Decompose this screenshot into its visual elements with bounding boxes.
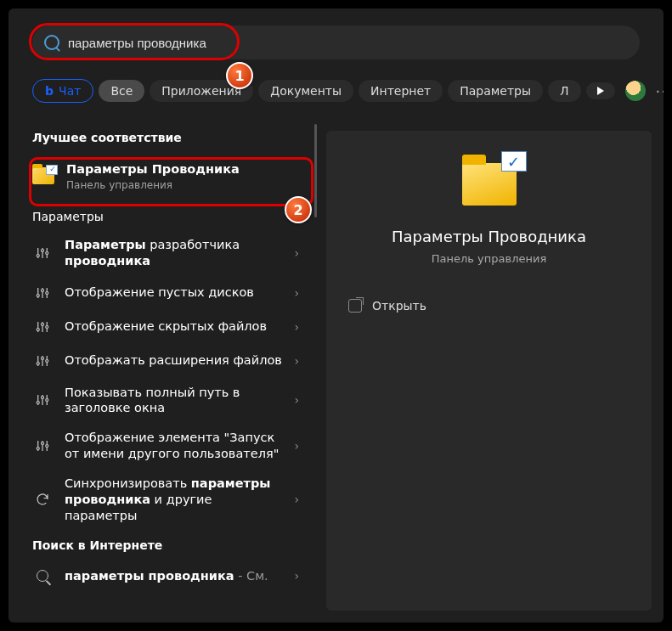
section-parameters: Параметры <box>8 201 314 230</box>
detail-subtitle: Панель управления <box>432 252 547 265</box>
tab-documents[interactable]: Документы <box>258 80 353 102</box>
svg-point-17 <box>46 445 48 448</box>
tab-more-partial[interactable]: Л <box>548 80 581 102</box>
param-item-dev[interactable]: Параметры разработчика проводника › <box>8 230 314 276</box>
svg-point-11 <box>46 359 48 362</box>
detail-icon-wrap: ✓ Параметры Проводника Панель управления <box>343 156 635 289</box>
param-item-label: Отображение пустых дисков <box>65 285 282 301</box>
param-item-sync[interactable]: Синхронизировать параметры проводника и … <box>8 469 314 531</box>
svg-point-3 <box>37 294 39 296</box>
user-avatar[interactable] <box>625 81 646 101</box>
section-best-match: Лучшее соответствие <box>8 122 314 151</box>
open-external-icon <box>348 299 362 313</box>
search-bar[interactable] <box>32 25 640 59</box>
detail-card: ✓ Параметры Проводника Панель управления… <box>326 131 652 611</box>
results-scrollbar[interactable] <box>314 124 319 614</box>
bing-b-icon: b <box>45 84 54 98</box>
settings-sliders-icon <box>32 317 53 337</box>
tab-web-label: Интернет <box>370 84 431 98</box>
svg-point-7 <box>42 323 44 325</box>
best-match-subtitle: Панель управления <box>66 179 299 191</box>
settings-sliders-icon <box>32 243 53 263</box>
tab-more-label: Л <box>560 84 569 98</box>
annotation-badge-2: 2 <box>285 196 312 223</box>
settings-sliders-icon <box>32 390 53 410</box>
svg-point-0 <box>37 254 39 256</box>
chevron-right-icon: › <box>294 354 299 368</box>
settings-sliders-icon <box>32 351 53 371</box>
settings-sliders-icon <box>32 436 53 456</box>
tab-settings-label: Параметры <box>460 84 531 98</box>
svg-point-14 <box>46 399 48 402</box>
search-bar-wrap <box>8 8 664 66</box>
more-menu-button[interactable]: ··· <box>651 82 664 100</box>
tab-chat[interactable]: b Чат <box>32 79 93 103</box>
svg-point-1 <box>42 249 44 251</box>
chevron-right-icon: › <box>294 320 299 334</box>
svg-point-13 <box>42 397 44 399</box>
param-item-label: Отображать расширения файлов <box>65 352 282 369</box>
svg-point-8 <box>46 325 48 328</box>
svg-point-5 <box>46 291 48 294</box>
param-item-run-as[interactable]: Отображение элемента "Запуск от имени др… <box>8 423 314 469</box>
tab-play[interactable] <box>586 82 615 99</box>
chevron-right-icon: › <box>294 569 299 583</box>
chevron-right-icon: › <box>294 393 299 407</box>
best-match-title: Параметры Проводника <box>66 162 240 176</box>
chevron-right-icon: › <box>294 246 299 260</box>
best-match-text: Параметры Проводника Панель управления <box>66 161 299 191</box>
detail-title: Параметры Проводника <box>392 228 586 245</box>
results-list[interactable]: Лучшее соответствие ✓ Параметры Проводни… <box>8 119 314 623</box>
param-item-full-path[interactable]: Показывать полный путь в заголовке окна … <box>8 378 314 424</box>
filter-tabs: b Чат Все Приложения Документы Интернет … <box>8 66 664 119</box>
param-item-label: Показывать полный путь в заголовке окна <box>65 385 282 417</box>
checkmark-icon: ✓ <box>501 151 527 172</box>
settings-sliders-icon <box>32 283 53 303</box>
best-match-item[interactable]: ✓ Параметры Проводника Панель управления <box>8 151 314 201</box>
param-item-hidden-files[interactable]: Отображение скрытых файлов › <box>8 310 314 344</box>
tab-web[interactable]: Интернет <box>359 80 443 102</box>
scrollbar-thumb[interactable] <box>314 124 317 217</box>
folder-options-icon: ✓ <box>32 167 54 184</box>
chevron-right-icon: › <box>294 439 299 453</box>
svg-point-9 <box>37 362 39 364</box>
param-item-sync-text: Синхронизировать параметры проводника и … <box>65 476 282 524</box>
param-item-label: Отображение элемента "Запуск от имени др… <box>65 430 282 462</box>
svg-point-6 <box>37 328 39 330</box>
svg-point-10 <box>42 357 44 359</box>
detail-pane: ✓ Параметры Проводника Панель управления… <box>314 119 664 623</box>
tab-settings[interactable]: Параметры <box>448 80 543 102</box>
tab-all[interactable]: Все <box>99 80 144 102</box>
tab-apps-label: Приложения <box>161 84 241 98</box>
folder-options-icon: ✓ <box>462 163 517 206</box>
svg-point-15 <box>37 448 39 450</box>
search-panel: b Чат Все Приложения Документы Интернет … <box>8 8 664 623</box>
param-item-dev-text: Параметры разработчика проводника <box>65 237 282 269</box>
param-item-extensions[interactable]: Отображать расширения файлов › <box>8 344 314 378</box>
param-item-empty-drives[interactable]: Отображение пустых дисков › <box>8 276 314 310</box>
search-icon <box>32 566 53 586</box>
web-search-item[interactable]: параметры проводника - См. › <box>8 559 314 593</box>
tab-all-label: Все <box>110 84 133 98</box>
svg-point-16 <box>42 442 44 445</box>
tab-chat-label: Чат <box>59 84 81 98</box>
open-action[interactable]: Открыть <box>343 289 635 323</box>
web-search-text: параметры проводника - См. <box>65 568 282 584</box>
svg-point-12 <box>37 402 39 404</box>
sync-icon <box>32 489 53 510</box>
search-icon <box>44 35 59 50</box>
section-web-search: Поиск в Интернете <box>8 530 314 559</box>
svg-point-4 <box>42 289 44 291</box>
annotation-badge-1: 1 <box>226 62 253 89</box>
param-item-label: Отображение скрытых файлов <box>65 318 282 335</box>
chevron-right-icon: › <box>294 493 299 506</box>
open-label: Открыть <box>372 299 426 313</box>
svg-point-2 <box>46 251 48 254</box>
chevron-right-icon: › <box>294 286 299 300</box>
play-icon <box>597 87 604 95</box>
tab-documents-label: Документы <box>270 84 342 98</box>
content-split: Лучшее соответствие ✓ Параметры Проводни… <box>8 119 664 623</box>
search-input[interactable] <box>68 36 628 50</box>
